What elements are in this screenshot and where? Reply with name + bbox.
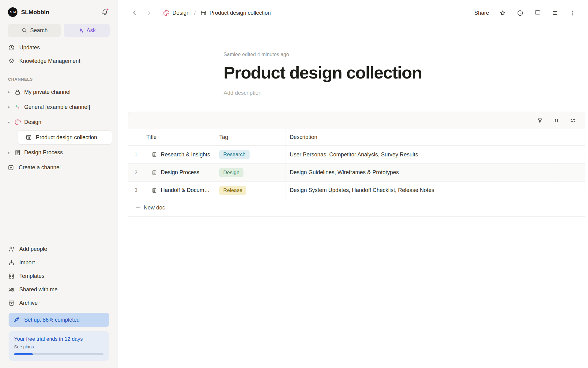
row-description: Design System Updates, Handoff Checklist… <box>290 187 438 194</box>
breadcrumb-separator: / <box>193 10 197 16</box>
create-channel-button[interactable]: Create a channel <box>0 160 118 175</box>
grid-icon <box>8 273 15 280</box>
sidebar-item-archive[interactable]: Archive <box>0 296 118 310</box>
view-settings-button[interactable] <box>569 117 577 124</box>
column-header-title[interactable]: Title <box>128 129 215 145</box>
setup-progress-banner[interactable]: Set up: 86% completed <box>9 313 109 327</box>
table-row[interactable]: 2 Design Process Design Design Guideline… <box>128 163 585 181</box>
tag-badge: Design <box>219 168 243 177</box>
chevron-left-icon <box>131 10 138 16</box>
workspace-row: SLM SLMobbin <box>0 0 118 21</box>
palette-icon <box>14 119 21 126</box>
sparkle-icon <box>78 27 84 33</box>
sidebar-item-label: Archive <box>19 300 38 306</box>
row-title: Research & Insights <box>161 151 213 158</box>
sidebar-item-product-design-collection[interactable]: Product design collection <box>18 130 112 144</box>
sidebar-channel-general[interactable]: General [example channel] <box>0 100 118 115</box>
palette-icon <box>163 10 170 17</box>
lock-icon <box>14 89 21 96</box>
top-bar: Design / Product design collection Share <box>118 0 588 26</box>
sidebar-item-label: Import <box>19 259 35 266</box>
title-cell[interactable]: 3 Handoff & Docume… <box>128 182 215 199</box>
notifications-button[interactable] <box>100 8 109 17</box>
tag-cell[interactable]: Design <box>215 164 285 181</box>
topbar-left: Design / Product design collection <box>130 8 271 17</box>
channel-label: My private channel <box>24 89 70 95</box>
chevron-down-icon[interactable] <box>7 120 11 125</box>
workspace-logo: SLM <box>8 7 17 17</box>
filter-icon <box>537 117 543 124</box>
share-button[interactable]: Share <box>474 10 489 16</box>
people-icon <box>8 286 15 293</box>
column-header-empty[interactable] <box>557 129 585 145</box>
document-icon <box>14 149 21 156</box>
description-placeholder[interactable]: Add description <box>224 90 588 96</box>
sidebar-channel-design-process[interactable]: Design Process <box>0 145 118 160</box>
sidebar-item-label: Product design collection <box>36 134 97 141</box>
sidebar-item-knowledge-management[interactable]: Knowledge Management <box>0 54 118 68</box>
channels-section-header: CHANNELS <box>0 68 118 85</box>
collection-icon <box>25 134 32 141</box>
workspace-switcher[interactable]: SLM SLMobbin <box>8 7 49 17</box>
sort-icon <box>553 117 560 124</box>
confetti-icon <box>14 104 21 111</box>
trial-card[interactable]: Your free trial ends in 12 days See plan… <box>9 331 109 361</box>
new-doc-button[interactable]: New doc <box>128 199 585 217</box>
sidebar-item-add-people[interactable]: Add people <box>0 242 118 256</box>
ask-button[interactable]: Ask <box>64 24 110 37</box>
workspace-name: SLMobbin <box>21 9 49 16</box>
search-button[interactable]: Search <box>8 24 61 37</box>
sort-button[interactable] <box>553 117 560 124</box>
table-row[interactable]: 1 Research & Insights Research User Pers… <box>128 146 585 163</box>
plus-icon <box>135 205 141 211</box>
more-options-button[interactable] <box>568 9 576 17</box>
comments-button[interactable] <box>533 9 541 17</box>
see-plans-link[interactable]: See plans <box>14 344 104 349</box>
sidebar-item-updates[interactable]: Updates <box>0 41 118 54</box>
description-cell[interactable]: Design System Updates, Handoff Checklist… <box>285 182 557 199</box>
search-label: Search <box>30 27 48 34</box>
breadcrumb: Design / Product design collection <box>163 10 271 17</box>
chevron-right-icon[interactable] <box>7 90 11 94</box>
kebab-menu-icon <box>569 10 576 17</box>
title-cell[interactable]: 2 Design Process <box>128 164 215 181</box>
title-cell[interactable]: 1 Research & Insights <box>128 146 215 163</box>
sidebar-channel-private[interactable]: My private channel <box>0 85 118 100</box>
sidebar-channel-design[interactable]: Design <box>0 115 118 130</box>
document-area: Samlee edited 4 minutes ago Product desi… <box>118 26 588 368</box>
collection-icon <box>200 10 207 16</box>
trial-progress-fill <box>14 353 33 355</box>
sidebar-item-shared-with-me[interactable]: Shared with me <box>0 283 118 296</box>
column-header-description[interactable]: Description <box>285 129 557 145</box>
layers-icon <box>8 58 15 65</box>
sidebar-item-templates[interactable]: Templates <box>0 269 118 283</box>
filter-button[interactable] <box>536 117 544 124</box>
topbar-right: Share <box>474 9 576 17</box>
table-header-row: Title Tag Description <box>128 129 585 146</box>
chevron-right-icon[interactable] <box>7 151 11 155</box>
column-header-tag[interactable]: Tag <box>215 129 285 145</box>
tag-cell[interactable]: Release <box>215 182 285 199</box>
outline-button[interactable] <box>551 9 559 17</box>
tag-badge: Release <box>219 186 246 195</box>
sidebar-item-import[interactable]: Import <box>0 256 118 269</box>
row-index: 2 <box>128 170 144 175</box>
trial-title: Your free trial ends in 12 days <box>14 336 104 342</box>
description-cell[interactable]: Design Guidelines, Wireframes & Prototyp… <box>285 164 557 181</box>
favorite-button[interactable] <box>499 9 507 17</box>
create-channel-label: Create a channel <box>19 164 61 171</box>
description-cell[interactable]: User Personas, Competitor Analysis, Surv… <box>285 146 557 163</box>
page-title[interactable]: Product design collection <box>224 63 588 82</box>
new-doc-label: New doc <box>144 205 165 211</box>
table-row[interactable]: 3 Handoff & Docume… Release Design Syste… <box>128 181 585 199</box>
info-button[interactable] <box>516 9 524 17</box>
forward-button[interactable] <box>144 8 153 17</box>
tag-cell[interactable]: Research <box>215 146 285 163</box>
empty-cell <box>557 146 585 163</box>
chevron-right-icon[interactable] <box>7 105 11 109</box>
empty-cell <box>557 164 585 181</box>
back-button[interactable] <box>130 8 139 17</box>
breadcrumb-channel[interactable]: Design <box>163 10 190 17</box>
chevron-right-icon <box>145 10 152 16</box>
breadcrumb-page[interactable]: Product design collection <box>200 10 271 16</box>
